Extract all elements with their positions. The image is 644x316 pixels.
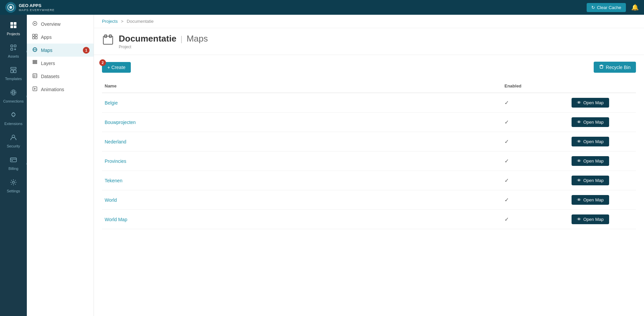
map-enabled-tekenen: ✓: [502, 174, 569, 187]
topbar: GEO APPS MAPS EVERYWHERE ↻ Clear Cache 🔔: [0, 0, 644, 15]
map-name-tekenen[interactable]: Tekenen: [102, 175, 502, 187]
nav-item-overview[interactable]: Overview: [27, 17, 94, 30]
table-row: Provincies ✓ 👁 Open Map: [102, 151, 636, 171]
eye-icon: 👁: [577, 217, 581, 222]
svg-rect-43: [600, 66, 603, 68]
logo-text-block: GEO APPS MAPS EVERYWHERE: [19, 3, 55, 12]
nav-item-animations[interactable]: Animations: [27, 83, 94, 96]
svg-rect-4: [10, 25, 13, 28]
svg-rect-19: [10, 158, 16, 162]
sidebar-item-connections-label: Connections: [3, 99, 23, 103]
logo-title: GEO APPS: [19, 3, 55, 8]
open-map-label: Open Map: [583, 197, 604, 202]
nav-item-apps-label: Apps: [41, 35, 52, 40]
open-map-provincies-button[interactable]: 👁 Open Map: [572, 156, 609, 166]
create-button[interactable]: 2 + Create: [102, 62, 131, 73]
table-row: Bouwprojecten ✓ 👁 Open Map: [102, 113, 636, 132]
col-name: Name: [102, 82, 502, 90]
svg-rect-27: [33, 37, 35, 39]
svg-point-1: [9, 6, 12, 9]
svg-rect-3: [14, 22, 16, 25]
svg-rect-25: [33, 34, 35, 36]
create-label: + Create: [107, 65, 125, 70]
sidebar-item-extensions[interactable]: Extensions: [0, 107, 27, 130]
map-name-belgie[interactable]: Belgie: [102, 97, 502, 109]
eye-icon: 👁: [577, 120, 581, 125]
clear-cache-label: Clear Cache: [597, 5, 621, 10]
sidebar-item-billing[interactable]: Billing ›: [0, 152, 27, 175]
open-map-label: Open Map: [583, 159, 604, 164]
map-name-nederland[interactable]: Nederland: [102, 136, 502, 148]
datasets-icon: [32, 73, 38, 79]
breadcrumb-separator: >: [121, 19, 124, 24]
breadcrumb: Projects > Documentatie: [94, 15, 644, 28]
sidebar-item-settings-label: Settings: [7, 189, 20, 193]
map-name-world[interactable]: World: [102, 194, 502, 206]
map-name-provincies[interactable]: Provincies: [102, 155, 502, 167]
map-enabled-worldmap: ✓: [502, 213, 569, 226]
eye-icon: 👁: [577, 139, 581, 144]
overview-icon: [32, 21, 38, 27]
svg-rect-32: [33, 62, 37, 62]
open-map-bouwprojecten-button[interactable]: 👁 Open Map: [572, 117, 609, 127]
projects-icon: [10, 21, 17, 30]
topbar-right: ↻ Clear Cache 🔔: [587, 3, 639, 12]
map-name-bouwprojecten[interactable]: Bouwprojecten: [102, 116, 502, 128]
nav-panel: Overview Apps Maps 1: [27, 15, 94, 316]
sidebar-item-templates[interactable]: Templates: [0, 62, 27, 85]
sidebar-item-templates-label: Templates: [5, 77, 22, 81]
main-content: Projects > Documentatie Documentatie | M…: [94, 15, 644, 316]
notification-bell-icon[interactable]: 🔔: [631, 4, 639, 11]
billing-icon: [10, 156, 17, 165]
sidebar-item-billing-label: Billing: [8, 167, 18, 171]
map-name-worldmap[interactable]: World Map: [102, 213, 502, 226]
sidebar-item-connections[interactable]: Connections ›: [0, 85, 27, 107]
nav-item-datasets[interactable]: Datasets: [27, 70, 94, 83]
sidebar-item-assets[interactable]: Assets ›: [0, 40, 27, 62]
open-map-belgie-button[interactable]: 👁 Open Map: [572, 98, 609, 108]
page-header-icon: [102, 34, 114, 49]
clear-cache-button[interactable]: ↻ Clear Cache: [587, 3, 626, 12]
connections-icon: [10, 89, 17, 98]
map-enabled-nederland: ✓: [502, 135, 569, 148]
svg-point-22: [12, 181, 14, 183]
nav-item-animations-label: Animations: [41, 87, 64, 92]
breadcrumb-projects-link[interactable]: Projects: [102, 19, 118, 24]
nav-item-maps[interactable]: Maps 1: [27, 44, 94, 57]
sidebar-item-security[interactable]: Security: [0, 130, 27, 152]
nav-item-maps-label: Maps: [41, 48, 52, 53]
open-map-label: Open Map: [583, 217, 604, 222]
open-map-nederland-button[interactable]: 👁 Open Map: [572, 137, 609, 146]
nav-item-apps[interactable]: Apps: [27, 30, 94, 44]
maps-icon: [32, 47, 38, 53]
maps-badge: 1: [83, 47, 90, 54]
open-map-label: Open Map: [583, 139, 604, 144]
check-icon: ✓: [504, 216, 509, 222]
eye-icon: 👁: [577, 159, 581, 164]
map-action-world: 👁 Open Map: [569, 192, 636, 208]
recycle-label: Recycle Bin: [606, 65, 631, 70]
recycle-bin-button[interactable]: Recycle Bin: [594, 62, 636, 73]
nav-item-datasets-label: Datasets: [41, 74, 59, 79]
open-map-world-button[interactable]: 👁 Open Map: [572, 195, 609, 205]
logo: GEO APPS MAPS EVERYWHERE: [5, 2, 55, 13]
check-icon: ✓: [504, 100, 509, 106]
sidebar-item-settings[interactable]: Settings: [0, 175, 27, 197]
logo-subtitle: MAPS EVERYWHERE: [19, 8, 55, 12]
map-action-tekenen: 👁 Open Map: [569, 172, 636, 189]
open-map-label: Open Map: [583, 100, 604, 105]
nav-item-layers[interactable]: Layers: [27, 57, 94, 70]
svg-rect-21: [11, 160, 13, 161]
map-action-bouwprojecten: 👁 Open Map: [569, 114, 636, 130]
svg-rect-5: [14, 25, 16, 28]
sidebar-item-security-label: Security: [7, 144, 20, 148]
open-map-tekenen-button[interactable]: 👁 Open Map: [572, 176, 609, 185]
sidebar-item-projects[interactable]: Projects: [0, 17, 27, 40]
map-enabled-provincies: ✓: [502, 154, 569, 168]
open-map-worldmap-button[interactable]: 👁 Open Map: [572, 214, 609, 224]
layers-icon: [32, 60, 38, 66]
refresh-icon: ↻: [591, 5, 595, 10]
svg-rect-34: [33, 60, 37, 61]
svg-rect-2: [10, 22, 13, 25]
layout: Projects Assets ›: [0, 15, 644, 316]
